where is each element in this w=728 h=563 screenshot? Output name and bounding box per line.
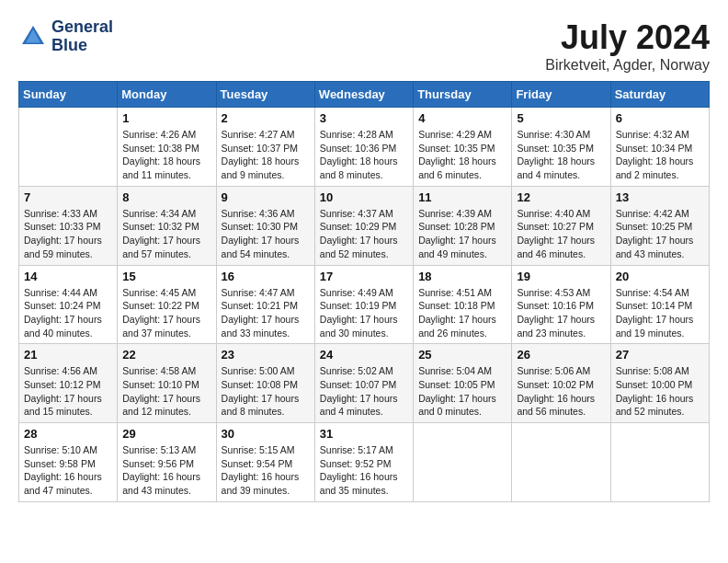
calendar-cell: 10Sunrise: 4:37 AM Sunset: 10:29 PM Dayl… [314,186,413,265]
calendar-cell: 24Sunrise: 5:02 AM Sunset: 10:07 PM Dayl… [314,344,413,423]
calendar-cell: 2Sunrise: 4:27 AM Sunset: 10:37 PM Dayli… [216,108,314,187]
day-number: 12 [517,190,605,204]
day-number: 5 [517,111,605,125]
day-info: Sunrise: 5:10 AM Sunset: 9:58 PM Dayligh… [24,443,112,498]
day-number: 21 [24,348,112,362]
calendar-cell [414,423,512,502]
weekday-header-friday: Friday [512,82,610,108]
weekday-header-saturday: Saturday [610,82,709,108]
day-number: 22 [122,348,210,362]
day-info: Sunrise: 4:49 AM Sunset: 10:19 PM Daylig… [320,286,408,340]
calendar-cell: 11Sunrise: 4:39 AM Sunset: 10:28 PM Dayl… [414,186,512,265]
location: Birketveit, Agder, Norway [545,57,710,74]
day-info: Sunrise: 4:40 AM Sunset: 10:27 PM Daylig… [517,207,605,261]
calendar-table: SundayMondayTuesdayWednesdayThursdayFrid… [18,81,710,502]
day-info: Sunrise: 4:58 AM Sunset: 10:10 PM Daylig… [122,364,210,419]
calendar-cell: 8Sunrise: 4:34 AM Sunset: 10:32 PM Dayli… [118,186,216,265]
day-info: Sunrise: 5:13 AM Sunset: 9:56 PM Dayligh… [122,443,210,498]
day-info: Sunrise: 4:45 AM Sunset: 10:22 PM Daylig… [122,286,210,340]
day-number: 29 [122,427,210,441]
calendar-cell: 27Sunrise: 5:08 AM Sunset: 10:00 PM Dayl… [610,344,709,423]
calendar-cell: 20Sunrise: 4:54 AM Sunset: 10:14 PM Dayl… [610,265,709,344]
calendar-cell: 23Sunrise: 5:00 AM Sunset: 10:08 PM Dayl… [216,344,314,423]
day-number: 16 [222,270,310,283]
day-info: Sunrise: 4:29 AM Sunset: 10:35 PM Daylig… [418,128,506,182]
calendar-cell: 29Sunrise: 5:13 AM Sunset: 9:56 PM Dayli… [118,423,216,502]
day-info: Sunrise: 5:06 AM Sunset: 10:02 PM Daylig… [517,364,605,419]
calendar-cell: 19Sunrise: 4:53 AM Sunset: 10:16 PM Dayl… [512,265,610,344]
day-info: Sunrise: 4:44 AM Sunset: 10:24 PM Daylig… [24,286,112,340]
day-number: 26 [517,348,605,362]
calendar-cell: 3Sunrise: 4:28 AM Sunset: 10:36 PM Dayli… [314,108,413,187]
day-number: 9 [222,190,310,204]
day-number: 25 [418,348,506,362]
day-number: 28 [24,427,112,441]
calendar-cell: 18Sunrise: 4:51 AM Sunset: 10:18 PM Dayl… [414,265,512,344]
calendar-cell: 17Sunrise: 4:49 AM Sunset: 10:19 PM Dayl… [314,265,413,344]
month-title: July 2024 [545,18,710,57]
day-info: Sunrise: 4:33 AM Sunset: 10:33 PM Daylig… [24,207,112,261]
day-number: 4 [418,111,506,125]
day-info: Sunrise: 4:39 AM Sunset: 10:28 PM Daylig… [418,207,506,261]
calendar-cell: 13Sunrise: 4:42 AM Sunset: 10:25 PM Dayl… [610,186,709,265]
day-number: 3 [320,111,408,125]
calendar-cell: 14Sunrise: 4:44 AM Sunset: 10:24 PM Dayl… [19,265,118,344]
day-number: 1 [122,111,210,125]
day-info: Sunrise: 4:54 AM Sunset: 10:14 PM Daylig… [616,286,704,340]
day-info: Sunrise: 4:37 AM Sunset: 10:29 PM Daylig… [320,207,408,261]
calendar-cell: 6Sunrise: 4:32 AM Sunset: 10:34 PM Dayli… [610,108,709,187]
day-info: Sunrise: 4:36 AM Sunset: 10:30 PM Daylig… [222,207,310,261]
day-number: 19 [517,270,605,283]
day-info: Sunrise: 4:27 AM Sunset: 10:37 PM Daylig… [222,128,310,182]
week-row-5: 28Sunrise: 5:10 AM Sunset: 9:58 PM Dayli… [19,423,710,502]
week-row-4: 21Sunrise: 4:56 AM Sunset: 10:12 PM Dayl… [19,344,710,423]
day-info: Sunrise: 5:08 AM Sunset: 10:00 PM Daylig… [616,364,704,419]
day-number: 17 [320,270,408,283]
day-number: 14 [24,270,112,283]
day-number: 30 [222,427,310,441]
day-number: 15 [122,270,210,283]
day-number: 20 [616,270,704,283]
day-info: Sunrise: 4:47 AM Sunset: 10:21 PM Daylig… [222,286,310,340]
day-info: Sunrise: 4:53 AM Sunset: 10:16 PM Daylig… [517,286,605,340]
day-number: 2 [222,111,310,125]
day-info: Sunrise: 5:04 AM Sunset: 10:05 PM Daylig… [418,364,506,419]
page-header: General Blue July 2024 Birketveit, Agder… [18,18,710,74]
logo: General Blue [18,18,113,55]
day-info: Sunrise: 5:17 AM Sunset: 9:52 PM Dayligh… [320,443,408,498]
day-number: 11 [418,190,506,204]
calendar-cell: 26Sunrise: 5:06 AM Sunset: 10:02 PM Dayl… [512,344,610,423]
day-number: 24 [320,348,408,362]
day-number: 6 [616,111,704,125]
day-number: 23 [222,348,310,362]
weekday-header-row: SundayMondayTuesdayWednesdayThursdayFrid… [19,82,710,108]
weekday-header-monday: Monday [118,82,216,108]
calendar-cell: 1Sunrise: 4:26 AM Sunset: 10:38 PM Dayli… [118,108,216,187]
day-info: Sunrise: 4:56 AM Sunset: 10:12 PM Daylig… [24,364,112,419]
week-row-1: 1Sunrise: 4:26 AM Sunset: 10:38 PM Dayli… [19,108,710,187]
day-info: Sunrise: 4:32 AM Sunset: 10:34 PM Daylig… [616,128,704,182]
calendar-cell: 9Sunrise: 4:36 AM Sunset: 10:30 PM Dayli… [216,186,314,265]
calendar-cell [512,423,610,502]
day-number: 18 [418,270,506,283]
day-number: 10 [320,190,408,204]
day-info: Sunrise: 4:42 AM Sunset: 10:25 PM Daylig… [616,207,704,261]
day-info: Sunrise: 5:15 AM Sunset: 9:54 PM Dayligh… [222,443,310,498]
day-number: 31 [320,427,408,441]
calendar-cell: 25Sunrise: 5:04 AM Sunset: 10:05 PM Dayl… [414,344,512,423]
title-block: July 2024 Birketveit, Agder, Norway [545,18,710,74]
calendar-cell: 28Sunrise: 5:10 AM Sunset: 9:58 PM Dayli… [19,423,118,502]
calendar-cell: 15Sunrise: 4:45 AM Sunset: 10:22 PM Dayl… [118,265,216,344]
logo-icon [18,22,48,52]
calendar-cell [19,108,118,187]
calendar-cell: 7Sunrise: 4:33 AM Sunset: 10:33 PM Dayli… [19,186,118,265]
calendar-cell: 5Sunrise: 4:30 AM Sunset: 10:35 PM Dayli… [512,108,610,187]
calendar-cell: 4Sunrise: 4:29 AM Sunset: 10:35 PM Dayli… [414,108,512,187]
day-number: 27 [616,348,704,362]
weekday-header-tuesday: Tuesday [216,82,314,108]
weekday-header-thursday: Thursday [414,82,512,108]
week-row-2: 7Sunrise: 4:33 AM Sunset: 10:33 PM Dayli… [19,186,710,265]
day-info: Sunrise: 5:00 AM Sunset: 10:08 PM Daylig… [222,364,310,419]
logo-text: General Blue [51,18,113,55]
calendar-cell: 30Sunrise: 5:15 AM Sunset: 9:54 PM Dayli… [216,423,314,502]
